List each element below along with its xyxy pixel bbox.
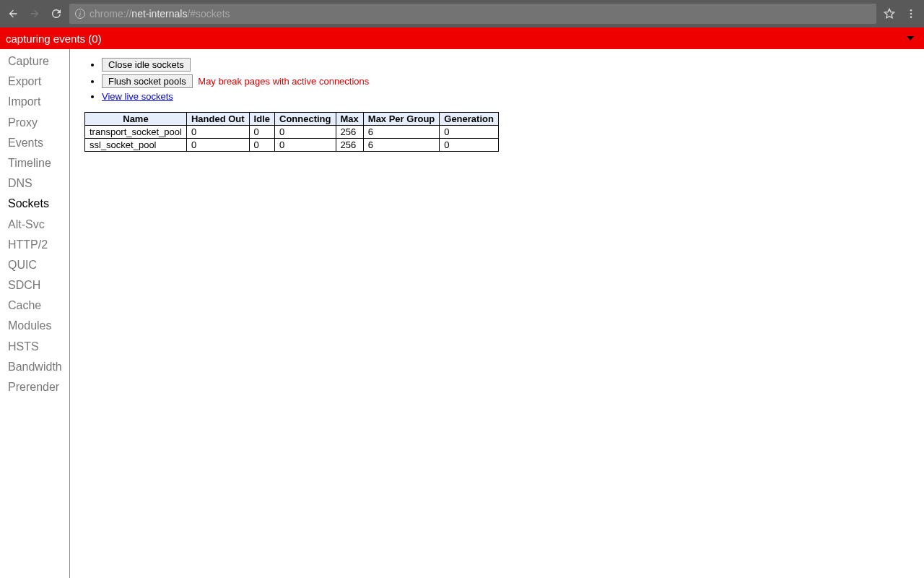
svg-point-2 xyxy=(910,16,912,18)
table-cell: 256 xyxy=(336,126,363,139)
list-item: View live sockets xyxy=(102,91,924,102)
capture-dropdown-icon[interactable] xyxy=(907,36,914,40)
sidebar-item-alt-svc[interactable]: Alt-Svc xyxy=(0,215,69,233)
sidebar-item-prerender[interactable]: Prerender xyxy=(0,378,69,396)
svg-point-0 xyxy=(910,9,912,12)
sidebar-item-timeline[interactable]: Timeline xyxy=(0,154,69,172)
address-bar[interactable]: i chrome://net-internals/#sockets xyxy=(69,4,876,24)
table-cell: 0 xyxy=(275,139,336,152)
sidebar-item-cache[interactable]: Cache xyxy=(0,296,69,314)
table-cell: 0 xyxy=(249,139,274,152)
sidebar-item-dns[interactable]: DNS xyxy=(0,174,69,192)
bookmark-star-icon[interactable] xyxy=(881,5,898,22)
sidebar-item-sdch[interactable]: SDCH xyxy=(0,276,69,294)
sidebar: CaptureExportImportProxyEventsTimelineDN… xyxy=(0,49,70,578)
table-cell: transport_socket_pool xyxy=(85,126,187,139)
table-cell: 0 xyxy=(249,126,274,139)
svg-point-1 xyxy=(910,13,912,15)
table-header-cell: Idle xyxy=(249,113,274,126)
main-content: Close idle sockets Flush socket pools Ma… xyxy=(70,49,924,578)
chrome-menu-icon[interactable] xyxy=(902,5,920,22)
table-cell: ssl_socket_pool xyxy=(85,139,187,152)
site-info-icon[interactable]: i xyxy=(75,9,85,19)
capture-status-text: capturing events (0) xyxy=(6,33,102,45)
flush-warning-text: May break pages with active connections xyxy=(198,76,369,87)
sidebar-item-proxy[interactable]: Proxy xyxy=(0,113,69,131)
sidebar-item-import[interactable]: Import xyxy=(0,92,69,111)
table-cell: 6 xyxy=(363,126,439,139)
list-item: Close idle sockets xyxy=(102,58,924,72)
browser-toolbar: i chrome://net-internals/#sockets xyxy=(0,0,924,27)
table-header-cell: Connecting xyxy=(275,113,336,126)
socket-pools-table: NameHanded OutIdleConnectingMaxMax Per G… xyxy=(84,112,499,152)
table-cell: 0 xyxy=(186,139,249,152)
workspace: CaptureExportImportProxyEventsTimelineDN… xyxy=(0,49,924,578)
action-list: Close idle sockets Flush socket pools Ma… xyxy=(102,58,924,102)
table-header-cell: Handed Out xyxy=(186,113,249,126)
sidebar-item-bandwidth[interactable]: Bandwidth xyxy=(0,358,69,376)
table-cell: 0 xyxy=(275,126,336,139)
table-header-cell: Max Per Group xyxy=(363,113,439,126)
table-cell: 6 xyxy=(363,139,439,152)
sidebar-item-sockets[interactable]: Sockets xyxy=(0,194,69,212)
table-header-cell: Max xyxy=(336,113,363,126)
table-header-cell: Name xyxy=(85,113,187,126)
forward-button xyxy=(26,5,43,22)
view-live-sockets-link[interactable]: View live sockets xyxy=(102,91,173,102)
capture-status-bar: capturing events (0) xyxy=(0,27,924,49)
table-cell: 0 xyxy=(186,126,249,139)
list-item: Flush socket pools May break pages with … xyxy=(102,74,924,88)
table-header-cell: Generation xyxy=(440,113,499,126)
sidebar-item-capture[interactable]: Capture xyxy=(0,52,69,70)
table-cell: 0 xyxy=(440,126,499,139)
reload-button[interactable] xyxy=(48,5,65,22)
table-cell: 0 xyxy=(440,139,499,152)
sidebar-item-modules[interactable]: Modules xyxy=(0,316,69,335)
table-cell: 256 xyxy=(336,139,363,152)
back-button[interactable] xyxy=(4,5,22,22)
sidebar-item-events[interactable]: Events xyxy=(0,134,69,152)
table-header-row: NameHanded OutIdleConnectingMaxMax Per G… xyxy=(85,113,499,126)
flush-socket-pools-button[interactable]: Flush socket pools xyxy=(102,74,193,88)
sidebar-item-quic[interactable]: QUIC xyxy=(0,256,69,274)
sidebar-item-export[interactable]: Export xyxy=(0,72,69,90)
url-text: chrome://net-internals/#sockets xyxy=(90,8,230,20)
table-body: transport_socket_pool00025660ssl_socket_… xyxy=(85,126,499,152)
sidebar-item-hsts[interactable]: HSTS xyxy=(0,337,69,355)
close-idle-sockets-button[interactable]: Close idle sockets xyxy=(102,58,191,72)
table-row: transport_socket_pool00025660 xyxy=(85,126,499,139)
sidebar-item-http-2[interactable]: HTTP/2 xyxy=(0,236,69,254)
table-row: ssl_socket_pool00025660 xyxy=(85,139,499,152)
